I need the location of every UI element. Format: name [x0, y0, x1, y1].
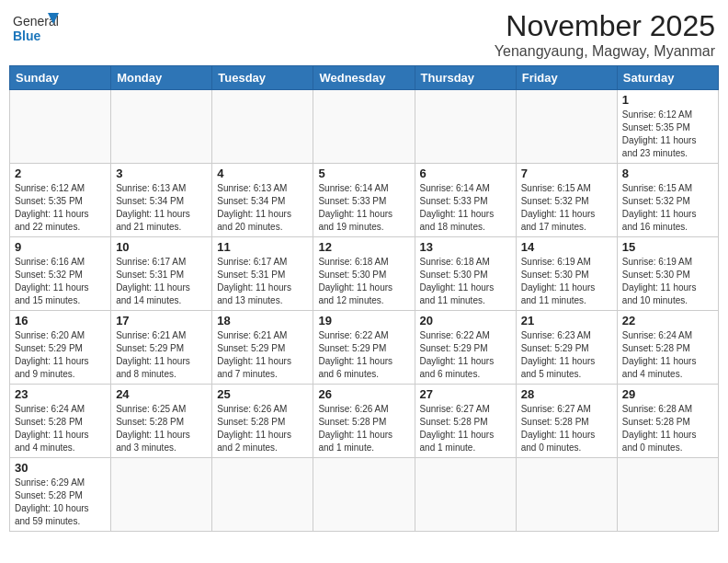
calendar-week-row: 9Sunrise: 6:16 AM Sunset: 5:32 PM Daylig… — [10, 237, 719, 311]
weekday-header-saturday: Saturday — [617, 66, 718, 90]
calendar-day-cell — [212, 458, 313, 532]
day-info: Sunrise: 6:19 AM Sunset: 5:30 PM Dayligh… — [622, 256, 713, 307]
day-number: 20 — [420, 314, 511, 327]
calendar-week-row: 1Sunrise: 6:12 AM Sunset: 5:35 PM Daylig… — [10, 90, 719, 164]
calendar-day-cell — [10, 90, 111, 164]
day-info: Sunrise: 6:22 AM Sunset: 5:29 PM Dayligh… — [318, 329, 409, 381]
day-info: Sunrise: 6:25 AM Sunset: 5:28 PM Dayligh… — [116, 403, 207, 454]
day-number: 1 — [622, 93, 713, 107]
weekday-header-monday: Monday — [111, 66, 212, 90]
calendar-day-cell — [516, 458, 617, 532]
weekday-header-thursday: Thursday — [415, 66, 516, 90]
calendar-day-cell: 25Sunrise: 6:26 AM Sunset: 5:28 PM Dayli… — [212, 385, 313, 458]
day-number: 19 — [318, 314, 409, 327]
day-number: 30 — [15, 461, 106, 475]
day-info: Sunrise: 6:17 AM Sunset: 5:31 PM Dayligh… — [217, 256, 308, 307]
day-number: 22 — [622, 314, 713, 327]
day-info: Sunrise: 6:16 AM Sunset: 5:32 PM Dayligh… — [15, 256, 106, 307]
calendar-day-cell — [516, 90, 617, 164]
calendar-day-cell: 20Sunrise: 6:22 AM Sunset: 5:29 PM Dayli… — [415, 311, 516, 385]
day-info: Sunrise: 6:17 AM Sunset: 5:31 PM Dayligh… — [116, 256, 207, 307]
day-number: 2 — [15, 167, 106, 180]
day-number: 11 — [217, 240, 308, 254]
calendar-week-row: 16Sunrise: 6:20 AM Sunset: 5:29 PM Dayli… — [10, 311, 719, 385]
calendar-day-cell — [415, 458, 516, 532]
day-info: Sunrise: 6:20 AM Sunset: 5:29 PM Dayligh… — [15, 329, 106, 381]
logo-container: General Blue — [13, 9, 59, 44]
day-info: Sunrise: 6:22 AM Sunset: 5:29 PM Dayligh… — [420, 329, 511, 381]
calendar-day-cell: 8Sunrise: 6:15 AM Sunset: 5:32 PM Daylig… — [617, 164, 718, 237]
calendar-day-cell: 10Sunrise: 6:17 AM Sunset: 5:31 PM Dayli… — [111, 237, 212, 311]
calendar-week-row: 30Sunrise: 6:29 AM Sunset: 5:28 PM Dayli… — [10, 458, 719, 532]
day-info: Sunrise: 6:14 AM Sunset: 5:33 PM Dayligh… — [420, 182, 511, 234]
day-number: 25 — [217, 387, 308, 401]
calendar-subtitle: Yenangyaung, Magway, Myanmar — [495, 43, 715, 60]
calendar-body: 1Sunrise: 6:12 AM Sunset: 5:35 PM Daylig… — [10, 90, 719, 532]
calendar-day-cell — [313, 458, 415, 532]
calendar-day-cell — [111, 90, 212, 164]
svg-text:Blue: Blue — [13, 29, 41, 43]
calendar-week-row: 2Sunrise: 6:12 AM Sunset: 5:35 PM Daylig… — [10, 164, 719, 237]
calendar-day-cell: 14Sunrise: 6:19 AM Sunset: 5:30 PM Dayli… — [516, 237, 617, 311]
day-number: 16 — [15, 314, 106, 327]
calendar-day-cell: 22Sunrise: 6:24 AM Sunset: 5:28 PM Dayli… — [617, 311, 718, 385]
day-info: Sunrise: 6:14 AM Sunset: 5:33 PM Dayligh… — [318, 182, 409, 234]
calendar-day-cell — [313, 90, 415, 164]
calendar-day-cell: 16Sunrise: 6:20 AM Sunset: 5:29 PM Dayli… — [10, 311, 111, 385]
day-number: 12 — [318, 240, 409, 254]
day-info: Sunrise: 6:26 AM Sunset: 5:28 PM Dayligh… — [217, 403, 308, 454]
calendar-day-cell: 11Sunrise: 6:17 AM Sunset: 5:31 PM Dayli… — [212, 237, 313, 311]
day-info: Sunrise: 6:13 AM Sunset: 5:34 PM Dayligh… — [116, 182, 207, 234]
day-number: 3 — [116, 167, 207, 180]
calendar-day-cell: 17Sunrise: 6:21 AM Sunset: 5:29 PM Dayli… — [111, 311, 212, 385]
day-number: 6 — [420, 167, 511, 180]
day-info: Sunrise: 6:24 AM Sunset: 5:28 PM Dayligh… — [622, 329, 713, 381]
weekday-header-wednesday: Wednesday — [313, 66, 415, 90]
general-blue-logo-icon: General Blue — [13, 9, 59, 44]
day-number: 10 — [116, 240, 207, 254]
day-number: 24 — [116, 387, 207, 401]
calendar-header: SundayMondayTuesdayWednesdayThursdayFrid… — [10, 66, 719, 90]
calendar-day-cell: 26Sunrise: 6:26 AM Sunset: 5:28 PM Dayli… — [313, 385, 415, 458]
calendar-day-cell: 24Sunrise: 6:25 AM Sunset: 5:28 PM Dayli… — [111, 385, 212, 458]
day-number: 17 — [116, 314, 207, 327]
calendar-day-cell: 1Sunrise: 6:12 AM Sunset: 5:35 PM Daylig… — [617, 90, 718, 164]
day-number: 18 — [217, 314, 308, 327]
day-number: 27 — [420, 387, 511, 401]
weekday-header-row: SundayMondayTuesdayWednesdayThursdayFrid… — [10, 66, 719, 90]
calendar-day-cell: 2Sunrise: 6:12 AM Sunset: 5:35 PM Daylig… — [10, 164, 111, 237]
day-info: Sunrise: 6:27 AM Sunset: 5:28 PM Dayligh… — [521, 403, 612, 454]
day-number: 29 — [622, 387, 713, 401]
day-info: Sunrise: 6:15 AM Sunset: 5:32 PM Dayligh… — [622, 182, 713, 234]
calendar-day-cell — [111, 458, 212, 532]
calendar-day-cell: 5Sunrise: 6:14 AM Sunset: 5:33 PM Daylig… — [313, 164, 415, 237]
calendar-day-cell: 12Sunrise: 6:18 AM Sunset: 5:30 PM Dayli… — [313, 237, 415, 311]
day-info: Sunrise: 6:19 AM Sunset: 5:30 PM Dayligh… — [521, 256, 612, 307]
day-info: Sunrise: 6:21 AM Sunset: 5:29 PM Dayligh… — [116, 329, 207, 381]
day-number: 7 — [521, 167, 612, 180]
day-info: Sunrise: 6:18 AM Sunset: 5:30 PM Dayligh… — [318, 256, 409, 307]
day-info: Sunrise: 6:29 AM Sunset: 5:28 PM Dayligh… — [15, 477, 106, 528]
calendar-day-cell: 9Sunrise: 6:16 AM Sunset: 5:32 PM Daylig… — [10, 237, 111, 311]
logo-area: General Blue — [13, 9, 59, 44]
day-info: Sunrise: 6:13 AM Sunset: 5:34 PM Dayligh… — [217, 182, 308, 234]
day-info: Sunrise: 6:21 AM Sunset: 5:29 PM Dayligh… — [217, 329, 308, 381]
day-number: 5 — [318, 167, 409, 180]
calendar-day-cell — [415, 90, 516, 164]
calendar-day-cell — [617, 458, 718, 532]
day-info: Sunrise: 6:26 AM Sunset: 5:28 PM Dayligh… — [318, 403, 409, 454]
calendar-day-cell: 18Sunrise: 6:21 AM Sunset: 5:29 PM Dayli… — [212, 311, 313, 385]
day-info: Sunrise: 6:12 AM Sunset: 5:35 PM Dayligh… — [15, 182, 106, 234]
day-number: 15 — [622, 240, 713, 254]
day-number: 28 — [521, 387, 612, 401]
calendar-day-cell — [212, 90, 313, 164]
calendar-title: November 2025 — [495, 9, 715, 43]
weekday-header-friday: Friday — [516, 66, 617, 90]
calendar-week-row: 23Sunrise: 6:24 AM Sunset: 5:28 PM Dayli… — [10, 385, 719, 458]
day-info: Sunrise: 6:12 AM Sunset: 5:35 PM Dayligh… — [622, 109, 713, 160]
page-header: General Blue November 2025 Yenangyaung, … — [9, 9, 719, 60]
calendar-day-cell: 15Sunrise: 6:19 AM Sunset: 5:30 PM Dayli… — [617, 237, 718, 311]
calendar-day-cell: 19Sunrise: 6:22 AM Sunset: 5:29 PM Dayli… — [313, 311, 415, 385]
weekday-header-sunday: Sunday — [10, 66, 111, 90]
calendar-day-cell: 4Sunrise: 6:13 AM Sunset: 5:34 PM Daylig… — [212, 164, 313, 237]
